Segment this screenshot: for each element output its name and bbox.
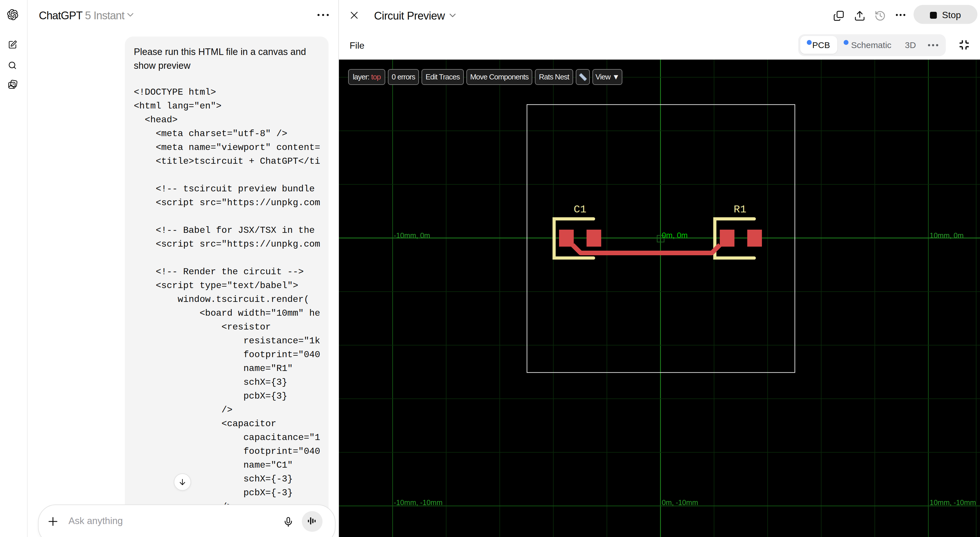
svg-text:0m, 0m: 0m, 0m <box>662 231 688 240</box>
svg-text:-10mm, -10mm: -10mm, -10mm <box>394 499 442 507</box>
svg-text:-10mm, 0m: -10mm, 0m <box>394 231 430 239</box>
svg-text:C1: C1 <box>574 204 586 215</box>
svg-text:0m, -10mm: 0m, -10mm <box>662 499 698 507</box>
svg-text:10mm, -10mm: 10mm, -10mm <box>930 499 976 507</box>
svg-text:R1: R1 <box>734 204 746 215</box>
svg-text:10mm, 0m: 10mm, 0m <box>930 231 964 239</box>
